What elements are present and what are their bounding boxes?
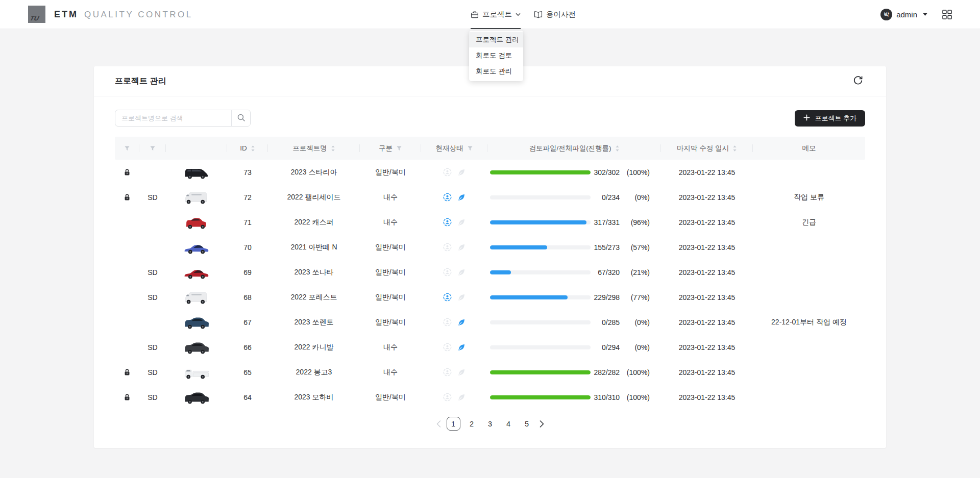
id-cell: 69: [227, 268, 268, 276]
sort-icon[interactable]: [732, 145, 737, 152]
type-cell: 일반/북미: [360, 268, 421, 277]
page-number[interactable]: 3: [483, 417, 497, 431]
id-cell: 73: [227, 168, 268, 177]
sd-cell: SD: [139, 393, 166, 401]
type-cell: 일반/북미: [360, 393, 421, 402]
memo-cell: 작업 보류: [753, 193, 865, 202]
type-cell: 일반/북미: [360, 243, 421, 252]
user-area: 박 admin: [880, 9, 952, 20]
user-caret-down-icon[interactable]: [922, 12, 928, 16]
search-box: [115, 110, 251, 127]
column-header[interactable]: 마지막 수정 일시: [661, 137, 753, 160]
car-image: [183, 314, 210, 330]
column-header[interactable]: [115, 137, 139, 160]
apps-grid-icon[interactable]: [942, 10, 952, 19]
car-cell: [166, 389, 227, 405]
sd-cell: SD: [139, 193, 166, 202]
table-row[interactable]: 732023 스타리아일반/북미302/302(100%)2023-01-22 …: [115, 160, 865, 185]
pagination: 12345: [94, 417, 886, 431]
column-header[interactable]: [139, 137, 166, 160]
car-image: [183, 264, 210, 280]
status-cell: [421, 168, 487, 177]
car-image: [183, 214, 210, 230]
page-next-icon[interactable]: [538, 420, 545, 427]
sort-icon[interactable]: [331, 145, 335, 152]
project-name-cell: 2022 캐스퍼: [268, 218, 360, 227]
page-title: 프로젝트 관리: [115, 76, 166, 87]
filter-icon[interactable]: [124, 145, 130, 152]
column-header[interactable]: 구분: [360, 137, 421, 160]
page-number[interactable]: 4: [502, 417, 516, 431]
table-row[interactable]: SD692023 쏘나타일반/북미67/320(21%)2023-01-22 1…: [115, 260, 865, 285]
edit-status-icon: [457, 168, 465, 177]
dropdown-item[interactable]: 프로젝트 관리: [469, 32, 523, 47]
brand: ETM QUALITY CONTROL: [54, 9, 193, 20]
progress-fraction: 229/298: [591, 293, 620, 301]
table-row[interactable]: SD682022 포레스트일반/북미229/298(77%)2023-01-22…: [115, 285, 865, 310]
car-cell: [166, 189, 227, 205]
id-cell: 70: [227, 243, 268, 251]
memo-cell: 긴급: [753, 218, 865, 227]
review-status-icon: [443, 243, 452, 251]
type-cell: 내수: [360, 343, 421, 352]
table-row[interactable]: 672023 쏘렌토일반/북미0/285(0%)2023-01-22 13:45…: [115, 310, 865, 335]
column-label: 구분: [379, 144, 393, 153]
progress-bar: [490, 320, 591, 324]
project-name-cell: 2023 모하비: [268, 393, 360, 402]
column-label: 프로젝트명: [292, 144, 327, 153]
table-row[interactable]: 712022 캐스퍼내수317/331(96%)2023-01-22 13:45…: [115, 210, 865, 235]
refresh-icon: [852, 75, 864, 88]
type-cell: 내수: [360, 368, 421, 377]
filter-icon[interactable]: [150, 145, 156, 152]
progress-percent: (100%): [620, 393, 650, 401]
edit-status-icon: [457, 293, 465, 301]
column-label: 검토파일/전체파일(진행률): [529, 144, 611, 153]
progress-cell: 0/285(0%): [487, 318, 661, 326]
sd-cell: SD: [139, 293, 166, 301]
progress-percent: (100%): [620, 168, 650, 177]
table-row[interactable]: SD642023 모하비일반/북미310/310(100%)2023-01-22…: [115, 385, 865, 410]
sort-icon[interactable]: [251, 145, 255, 152]
table-row[interactable]: SD662022 카니발내수0/294(0%)2023-01-22 13:45: [115, 335, 865, 360]
column-header[interactable]: 현재상태: [421, 137, 487, 160]
column-header[interactable]: 프로젝트명: [268, 137, 360, 160]
dropdown-item[interactable]: 회로도 검토: [469, 47, 523, 63]
progress-cell: 310/310(100%): [487, 393, 661, 401]
project-name-cell: 2023 쏘렌토: [268, 318, 360, 327]
column-header[interactable]: ID: [227, 137, 268, 160]
projects-table: ID프로젝트명구분현재상태검토파일/전체파일(진행률)마지막 수정 일시메모 7…: [115, 137, 865, 410]
search-input[interactable]: [115, 110, 231, 126]
filter-icon[interactable]: [396, 145, 402, 152]
table-row[interactable]: SD722022 팰리세이드내수0/234(0%)2023-01-22 13:4…: [115, 185, 865, 210]
lock-icon: [124, 393, 131, 401]
progress-percent: (100%): [620, 368, 650, 376]
nav-item-glossary[interactable]: 용어사전: [534, 0, 576, 29]
page-prev-icon[interactable]: [435, 420, 442, 427]
table-row[interactable]: SD652022 봉고3내수282/282(100%)2023-01-22 13…: [115, 360, 865, 385]
add-project-button[interactable]: 프로젝트 추가: [795, 110, 865, 127]
page-number[interactable]: 2: [465, 417, 479, 431]
progress-bar: [490, 395, 591, 399]
nav-item-label: 프로젝트: [482, 10, 512, 19]
progress-fraction: 310/310: [591, 393, 620, 401]
id-cell: 72: [227, 193, 268, 202]
car-cell: [166, 214, 227, 230]
avatar[interactable]: 박: [880, 9, 892, 20]
column-label: 마지막 수정 일시: [677, 144, 729, 153]
lock-icon: [124, 368, 131, 376]
nav-item-project[interactable]: 프로젝트: [471, 0, 521, 29]
page-number[interactable]: 5: [520, 417, 534, 431]
column-label: 메모: [802, 144, 816, 153]
table-row[interactable]: 702021 아반떼 N일반/북미155/273(57%)2023-01-22 …: [115, 235, 865, 260]
refresh-button[interactable]: [850, 73, 866, 90]
filter-icon[interactable]: [467, 145, 473, 152]
page-number[interactable]: 1: [447, 417, 460, 431]
table-header-row: ID프로젝트명구분현재상태검토파일/전체파일(진행률)마지막 수정 일시메모: [115, 137, 865, 160]
review-status-icon: [443, 343, 452, 351]
column-header[interactable]: 검토파일/전체파일(진행률): [487, 137, 661, 160]
project-name-cell: 2023 쏘나타: [268, 268, 360, 277]
project-name-cell: 2022 포레스트: [268, 293, 360, 302]
search-button[interactable]: [231, 110, 250, 126]
sort-icon[interactable]: [615, 145, 620, 152]
dropdown-item[interactable]: 회로도 관리: [469, 63, 523, 79]
